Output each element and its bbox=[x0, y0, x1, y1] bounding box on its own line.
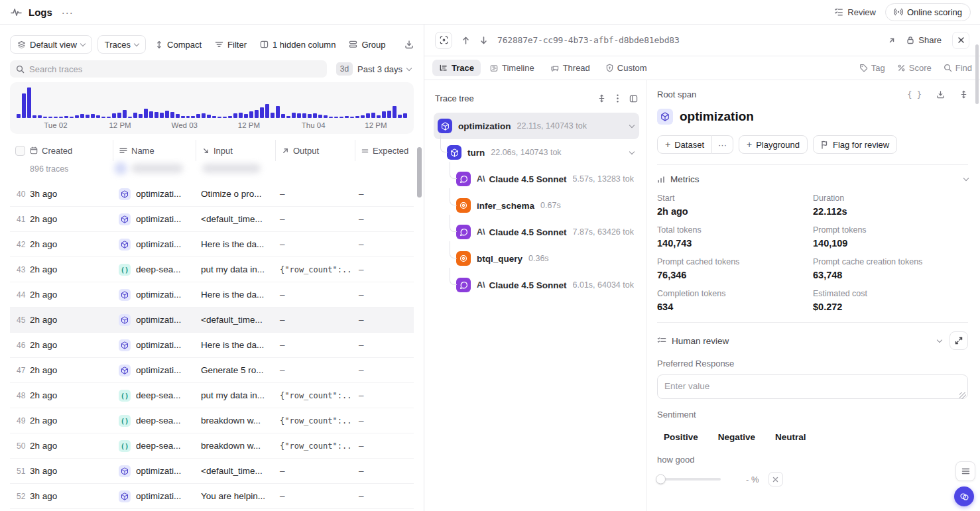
histogram-bar[interactable] bbox=[91, 114, 95, 118]
histogram-bar[interactable] bbox=[154, 112, 158, 118]
sentiment-positive-button[interactable]: Positive bbox=[657, 428, 705, 446]
histogram-bar[interactable] bbox=[313, 113, 317, 118]
sentiment-neutral-button[interactable]: Neutral bbox=[768, 428, 813, 446]
histogram-bar[interactable] bbox=[43, 117, 47, 118]
column-header-created[interactable]: Created bbox=[30, 146, 113, 156]
table-row[interactable]: 422h agooptimizati...Here is the da...–– bbox=[10, 232, 414, 257]
tab-timeline[interactable]: Timeline bbox=[483, 60, 541, 76]
mode-selector[interactable]: Traces bbox=[97, 35, 146, 54]
histogram-bar[interactable] bbox=[181, 116, 185, 118]
histogram-bar[interactable] bbox=[17, 114, 21, 118]
focus-button[interactable] bbox=[435, 32, 452, 49]
histogram-bar[interactable] bbox=[165, 111, 169, 118]
histogram-bar[interactable] bbox=[345, 116, 349, 118]
histogram-bar[interactable] bbox=[387, 111, 391, 118]
table-row[interactable]: 452h agooptimizati...<default_time...–– bbox=[10, 308, 414, 333]
histogram-bar[interactable] bbox=[228, 116, 232, 118]
histogram-bar[interactable] bbox=[271, 113, 275, 118]
histogram-bar[interactable] bbox=[393, 106, 397, 118]
histogram-bar[interactable] bbox=[249, 111, 253, 118]
histogram-bar[interactable] bbox=[38, 115, 42, 118]
histogram-bar[interactable] bbox=[54, 117, 58, 118]
add-to-playground-button[interactable]: + Playground bbox=[739, 135, 808, 154]
histogram-bar[interactable] bbox=[196, 114, 200, 118]
histogram-bar[interactable] bbox=[255, 110, 259, 118]
histogram-bar[interactable] bbox=[371, 113, 375, 118]
histogram-bar[interactable] bbox=[223, 117, 227, 118]
preferred-response-input[interactable] bbox=[657, 374, 968, 399]
next-trace-button[interactable] bbox=[479, 36, 488, 45]
histogram-bar[interactable] bbox=[149, 111, 153, 118]
histogram-bar[interactable] bbox=[276, 106, 280, 118]
tree-node[interactable]: A\Claude 4.5 Sonnet7.87s, 63426 tok bbox=[434, 219, 639, 245]
review-button[interactable]: Review bbox=[834, 7, 876, 17]
histogram-bar[interactable] bbox=[170, 112, 174, 118]
prev-trace-button[interactable] bbox=[461, 36, 470, 45]
hidden-column-button[interactable]: 1 hidden column bbox=[256, 35, 339, 54]
column-header-output[interactable]: Output bbox=[276, 146, 355, 156]
share-button[interactable]: Share bbox=[906, 35, 942, 45]
histogram-bar[interactable] bbox=[377, 115, 381, 118]
table-row[interactable]: 462h agooptimizati...Here is the da...–– bbox=[10, 333, 414, 358]
histogram-bars[interactable] bbox=[17, 87, 407, 118]
search-input[interactable] bbox=[29, 64, 321, 74]
how-good-slider[interactable] bbox=[657, 478, 721, 481]
tree-node[interactable]: infer_schema0.67s bbox=[434, 192, 639, 219]
tree-node[interactable]: A\Claude 4.5 Sonnet5.57s, 13283 tok bbox=[434, 166, 639, 192]
histogram-bar[interactable] bbox=[160, 113, 164, 118]
find-button[interactable]: Find bbox=[944, 63, 972, 73]
table-row[interactable]: 523h agooptimizati...You are helpin...–– bbox=[10, 484, 414, 509]
histogram-bar[interactable] bbox=[112, 113, 116, 118]
open-in-new-button[interactable] bbox=[888, 36, 896, 44]
table-row[interactable]: 403h agooptimizati...Otimize o pro...–– bbox=[10, 182, 414, 207]
group-button[interactable]: Group bbox=[345, 35, 389, 54]
slider-thumb[interactable] bbox=[656, 475, 666, 484]
chevron-down-icon[interactable] bbox=[629, 148, 635, 154]
view-selector[interactable]: Default view bbox=[10, 35, 92, 54]
histogram-bar[interactable] bbox=[207, 115, 211, 118]
histogram-bar[interactable] bbox=[86, 115, 90, 118]
histogram-bar[interactable] bbox=[329, 117, 333, 118]
add-to-dataset-button[interactable]: + Dataset bbox=[657, 135, 712, 154]
histogram-bar[interactable] bbox=[324, 115, 328, 118]
histogram-bar[interactable] bbox=[117, 113, 121, 118]
histogram-bar[interactable] bbox=[398, 115, 402, 118]
histogram-bar[interactable] bbox=[403, 113, 407, 118]
histogram-bar[interactable] bbox=[233, 113, 237, 118]
table-row[interactable]: 432h ago()deep-sea...put my data in...{"… bbox=[10, 257, 414, 282]
tree-node[interactable]: turn22.06s, 140743 tok bbox=[434, 139, 639, 166]
histogram-bar[interactable] bbox=[32, 115, 36, 118]
table-row[interactable]: 442h agooptimizati...Here is the da...–– bbox=[10, 282, 414, 308]
histogram-bar[interactable] bbox=[107, 117, 111, 118]
metrics-section-header[interactable]: Metrics bbox=[657, 174, 968, 184]
histogram-bar[interactable] bbox=[292, 113, 296, 118]
tab-trace[interactable]: Trace bbox=[432, 60, 481, 76]
chevron-down-icon[interactable] bbox=[937, 337, 942, 342]
table-row[interactable]: 492h ago()deep-sea...breakdown w...{"row… bbox=[10, 408, 414, 433]
detail-scrollbar[interactable] bbox=[975, 44, 979, 104]
sentiment-negative-button[interactable]: Negative bbox=[711, 428, 762, 446]
histogram-bar[interactable] bbox=[217, 117, 221, 118]
date-range-selector[interactable]: 3d Past 3 days bbox=[334, 60, 414, 78]
close-button[interactable] bbox=[952, 32, 969, 49]
histogram-bar[interactable] bbox=[27, 87, 31, 118]
histogram-bar[interactable] bbox=[260, 107, 264, 118]
tab-custom[interactable]: Custom bbox=[599, 60, 654, 76]
histogram-bar[interactable] bbox=[297, 113, 301, 118]
histogram-bar[interactable] bbox=[123, 110, 127, 118]
histogram-bar[interactable] bbox=[75, 115, 79, 118]
histogram-bar[interactable] bbox=[382, 111, 386, 118]
histogram-bar[interactable] bbox=[244, 114, 248, 118]
filter-button[interactable]: Filter bbox=[211, 35, 251, 54]
compact-toggle[interactable]: Compact bbox=[151, 35, 206, 54]
histogram-bar[interactable] bbox=[239, 113, 243, 118]
histogram-bar[interactable] bbox=[308, 114, 312, 118]
more-options-icon[interactable] bbox=[617, 94, 619, 103]
tree-node[interactable]: btql_query0.36s bbox=[434, 245, 639, 272]
tree-node[interactable]: optimization22.11s, 140743 tok bbox=[434, 113, 639, 139]
histogram-bar[interactable] bbox=[59, 117, 63, 118]
select-all-checkbox[interactable] bbox=[15, 146, 25, 156]
histogram-bar[interactable] bbox=[48, 117, 52, 118]
histogram-bar[interactable] bbox=[355, 116, 359, 118]
histogram-bar[interactable] bbox=[361, 115, 365, 118]
